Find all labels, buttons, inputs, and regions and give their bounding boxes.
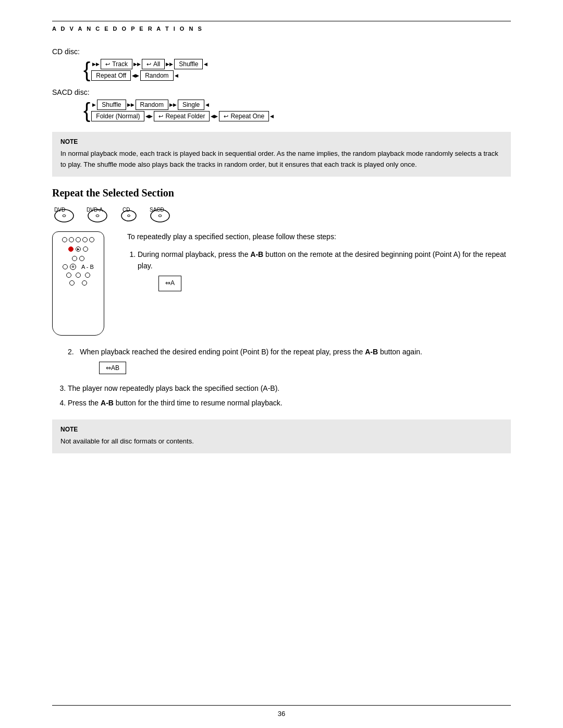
remote-illustration: ▶ ⊕ A - B [52,231,115,336]
remote-btn-4 [82,237,88,242]
sacd-disc-label: SACD disc: [52,88,511,96]
remote-playback-row: ▶ [57,246,100,252]
steps-3-4: The player now repeatedly plays back the… [68,382,511,409]
rc-1 [72,256,77,261]
step2-container: 2. When playback reached the desired end… [68,346,511,378]
step2-text: 2. When playback reached the desired end… [68,346,511,357]
sacd-flow-top: ▶ Shuffle ▶▶ Random ▶▶ Single ◀ [91,100,275,110]
cd-random-box: Random [140,70,173,81]
note-box-1: NOTE In normal playback mode, each track… [52,132,511,177]
arrow1: ▶▶ [133,61,141,67]
cd-disc-section: CD disc: { ▶▶ ↩Track ▶▶ ↩All ▶▶ Shuffle … [52,47,511,81]
remote-circle-row1 [57,256,100,261]
intro-text: To repeatedly play a specified section, … [127,231,511,242]
cd-all-box: ↩All [142,59,165,69]
sacd-flow-rows: ▶ Shuffle ▶▶ Random ▶▶ Single ◀ Folder (… [91,100,275,121]
sacd-arrow-back1: ◀▶ [145,114,153,119]
rc-left [63,264,68,269]
step-1: During normal playback, press the A-B bu… [138,249,511,295]
arrow-back1: ◀▶ [132,73,139,78]
sacd-repeatone-box: ↩Repeat One [219,111,269,121]
steps-list: During normal playback, press the A-B bu… [138,249,511,295]
ab-bold-2: A-B [365,348,378,356]
sacd-flow-diagram: { ▶ Shuffle ▶▶ Random ▶▶ Single ◀ Folder… [83,100,511,121]
cd-flow-top: ▶▶ ↩Track ▶▶ ↩All ▶▶ Shuffle ◀ [91,59,209,69]
disc-icons-row: DVD DVD-A CD SACD [52,206,511,223]
page-header: A D V A N C E D O P E R A T I O N S [52,21,511,32]
remote-ab-row: ⊕ A - B [57,264,100,270]
sacd-arrow-back2: ◀▶ [211,114,218,119]
display-box-ab: ⇔AB [99,362,126,374]
svg-text:CD: CD [123,207,130,213]
sacd-arrow3: ◀ [205,102,209,107]
arrow3: ◀ [204,61,207,67]
svg-text:DVD: DVD [54,207,65,213]
rc-6 [69,280,75,286]
display-a-icon: ⇔A [165,278,175,288]
remote-pause-btn [83,246,88,252]
cd-track-box: ↩Track [101,59,132,69]
svg-text:DVD-A: DVD-A [87,207,103,213]
rc-7 [82,280,87,286]
page-number: 36 [278,710,285,718]
section-heading: Repeat the Selected Section [52,187,511,199]
note2-title: NOTE [60,426,503,433]
sacd-arrow1: ▶▶ [127,102,134,107]
display-box-a: ⇔A [158,276,181,291]
cd-flow-diagram: { ▶▶ ↩Track ▶▶ ↩All ▶▶ Shuffle ◀ Repeat … [83,59,511,81]
display-ab-icon: ⇔AB [106,364,119,372]
ab-label: A - B [81,264,94,270]
sacd-flow-bottom: Folder (Normal) ◀▶ ↩Repeat Folder ◀▶ ↩Re… [91,111,275,121]
remote-play-btn: ▶ [76,246,81,252]
instructions-column: To repeatedly play a specified section, … [127,231,511,336]
svg-text:SACD: SACD [150,207,164,213]
remote-top-buttons [57,237,100,242]
cd-shuffle-box: Shuffle [174,59,203,69]
cd-disc-label: CD disc: [52,47,511,56]
sacd-disc-icon: SACD [147,206,173,223]
note1-title: NOTE [60,138,503,145]
sacd-disc-section: SACD disc: { ▶ Shuffle ▶▶ Random ▶▶ Sing… [52,88,511,121]
sacd-repeatfolder-box: ↩Repeat Folder [154,111,210,121]
remote-btn-1 [62,237,67,242]
rc-3 [66,273,71,278]
sacd-arrow-back3: ◀ [270,114,274,119]
sacd-single-box: Single [178,100,204,110]
note-box-2: NOTE Not available for all disc formats … [52,419,511,453]
remote-circle-row2 [57,273,100,278]
rc-5 [85,273,90,278]
sacd-folder-box: Folder (Normal) [91,111,144,121]
sacd-arrow-in: ▶ [92,102,96,107]
remote-btn-2 [69,237,74,242]
note1-text: In normal playback mode, each track is p… [60,149,503,170]
rc-4 [76,273,81,278]
svg-point-10 [158,215,162,217]
ab-bold-3: A-B [101,399,114,407]
dvd-disc-icon: DVD [52,206,76,223]
cd-flow-rows: ▶▶ ↩Track ▶▶ ↩All ▶▶ Shuffle ◀ Repeat Of… [91,59,209,81]
sacd-arrow2: ▶▶ [169,102,177,107]
svg-point-4 [96,215,99,217]
cd-flow-bottom: Repeat Off ◀▶ Random ◀ [91,70,209,81]
svg-point-1 [63,215,66,217]
arrow-in: ▶▶ [92,61,100,67]
footer: 36 [52,705,511,718]
remote-circle-row3 [57,280,100,286]
bracket-left2: { [83,100,90,121]
ab-bold-1: A-B [250,250,263,258]
sacd-shuffle-box: Shuffle [97,100,126,110]
content-row: ▶ ⊕ A - B [52,231,511,336]
remote-body: ▶ ⊕ A - B [52,231,104,336]
note2-text: Not available for all disc formats or co… [60,436,503,447]
cd-disc-icon: CD [119,206,139,223]
arrow2: ▶▶ [166,61,173,67]
step-4: Press the A-B button for the third time … [68,397,511,409]
bracket-left: { [83,59,90,80]
ab-circle: ⊕ [70,264,76,270]
rc-2 [79,256,84,261]
cd-repeatoff-box: Repeat Off [91,70,131,81]
step-3: The player now repeatedly plays back the… [68,382,511,394]
sacd-random-box: Random [136,100,168,110]
remote-stop-btn [68,246,74,252]
remote-btn-3 [76,237,81,242]
